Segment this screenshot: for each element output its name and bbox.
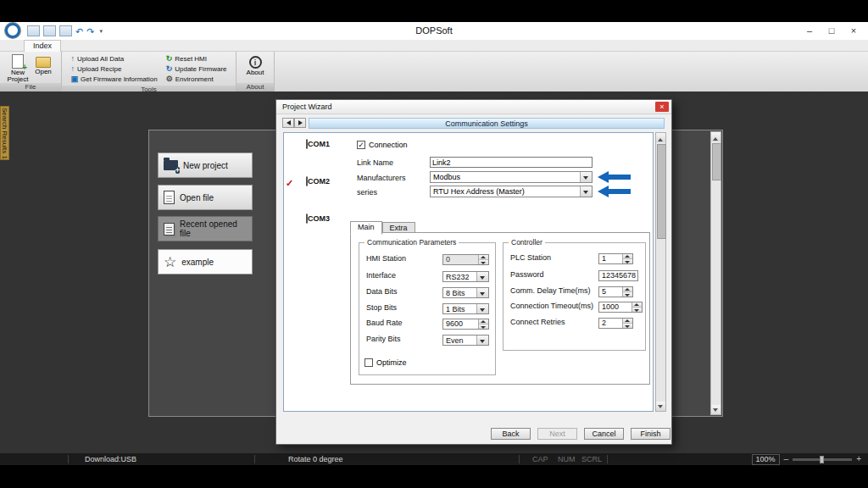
tab-index[interactable]: Index	[24, 40, 61, 52]
app-logo-icon[interactable]	[5, 23, 20, 38]
new-project-folder-icon	[164, 160, 178, 170]
back-button[interactable]: Back	[491, 428, 531, 440]
spinner-buttons[interactable]	[622, 287, 632, 297]
spin-down-icon[interactable]	[623, 259, 632, 263]
cancel-button[interactable]: Cancel	[584, 428, 624, 440]
status-rotate: Rotate 0 degree	[288, 453, 343, 465]
tab-main[interactable]: Main	[350, 221, 382, 235]
new-project-item[interactable]: New project	[158, 152, 253, 178]
nav-forward-button[interactable]	[294, 118, 306, 128]
minimize-button[interactable]: –	[798, 22, 821, 40]
window-title: DOPSoft	[0, 22, 868, 40]
qat-window-icon[interactable]	[43, 25, 56, 36]
reset-hmi-button[interactable]: ↻ Reset HMI	[166, 54, 227, 63]
nav-back-button[interactable]	[282, 118, 294, 128]
spin-down-icon[interactable]	[623, 292, 632, 297]
open-button[interactable]: Open	[31, 53, 56, 75]
search-results-tab[interactable]: Search Results 1	[0, 106, 9, 160]
plc-station-label: PLC Station	[510, 253, 551, 262]
connection-checkbox[interactable]: ✓	[357, 141, 365, 149]
interface-select[interactable]: RS232	[442, 271, 489, 282]
close-button[interactable]: ×	[843, 22, 865, 40]
maximize-button[interactable]: □	[821, 22, 843, 40]
spinner-buttons[interactable]	[622, 254, 632, 263]
example-item[interactable]: ☆ example	[158, 249, 253, 274]
spinner-buttons[interactable]	[478, 319, 488, 329]
zoom-in-button[interactable]: +	[856, 454, 861, 464]
wizard-titlebar[interactable]: Project Wizard ×	[276, 100, 671, 114]
scroll-down-icon[interactable]	[711, 405, 721, 414]
optimize-checkbox[interactable]	[364, 358, 373, 367]
scroll-down-icon[interactable]	[656, 402, 665, 411]
arrow-right-icon	[298, 120, 303, 125]
project-wizard-dialog: Project Wizard × Communication Settings …	[275, 99, 672, 445]
zoom-out-button[interactable]: –	[784, 454, 789, 464]
spin-down-icon[interactable]	[479, 260, 488, 264]
data-bits-select[interactable]: 8 Bits	[442, 287, 489, 298]
dropdown-icon[interactable]	[476, 304, 488, 313]
upload-all-data-button[interactable]: ↑ Upload All Data	[70, 54, 157, 63]
spin-down-icon[interactable]	[623, 324, 632, 328]
series-label: series	[357, 188, 377, 197]
about-button[interactable]: i About	[242, 53, 268, 76]
connection-timeout-spinner[interactable]: 1000	[598, 302, 643, 313]
com1-item[interactable]: COM1	[292, 140, 343, 148]
zoom-slider-thumb[interactable]	[820, 456, 824, 463]
spinner-buttons[interactable]	[622, 319, 632, 328]
hmi-station-spinner[interactable]: 0	[442, 254, 489, 265]
spinner-buttons[interactable]	[632, 302, 642, 312]
dropdown-icon[interactable]	[580, 186, 592, 197]
baud-rate-spinner[interactable]: 9600	[442, 319, 489, 330]
com2-check-icon: ✓	[286, 178, 293, 189]
scroll-up-icon[interactable]	[711, 132, 721, 141]
series-select[interactable]: RTU Hex Address (Master)	[430, 186, 593, 197]
plc-station-spinner[interactable]: 1	[598, 253, 633, 264]
get-firmware-information-button[interactable]: ▣ Get Firmware Information	[70, 75, 157, 83]
environment-button[interactable]: ⚙ Environment	[166, 75, 227, 83]
scrollbar-thumb[interactable]	[657, 144, 666, 239]
finish-button[interactable]: Finish	[631, 428, 670, 440]
plc-station-value: 1	[599, 254, 622, 263]
wizard-scrollbar[interactable]	[655, 132, 666, 412]
update-firmware-button[interactable]: ↻ Update Firmware	[166, 64, 227, 73]
scrollbar-thumb[interactable]	[712, 143, 721, 180]
new-project-button[interactable]: New Project	[5, 53, 31, 83]
about-group-body: i About	[236, 52, 274, 83]
tools-group: ↑ Upload All Data ↑ Upload Recipe ▣ Get …	[62, 52, 236, 92]
recent-opened-file-item[interactable]: Recent opened file	[158, 216, 253, 241]
zoom-slider[interactable]	[793, 458, 852, 461]
next-button[interactable]: Next	[537, 428, 577, 440]
undo-icon[interactable]: ↶	[75, 26, 83, 36]
spin-down-icon[interactable]	[479, 324, 488, 329]
wizard-close-button[interactable]: ×	[655, 102, 669, 112]
dropdown-icon[interactable]	[476, 336, 488, 345]
comm-delay-spinner[interactable]: 5	[598, 286, 633, 297]
connect-retries-spinner[interactable]: 2	[598, 318, 633, 329]
plc-station-row: PLC Station 1	[510, 253, 652, 265]
spin-down-icon[interactable]	[632, 308, 642, 312]
upload-recipe-button[interactable]: ↑ Upload Recipe	[70, 64, 157, 73]
dropdown-icon[interactable]	[476, 272, 488, 281]
stop-bits-select[interactable]: 1 Bits	[442, 303, 489, 314]
parity-bits-select[interactable]: Even	[442, 335, 489, 346]
com3-item[interactable]: COM3	[292, 214, 343, 223]
password-field[interactable]: 12345678	[598, 270, 638, 281]
status-download: Download:USB	[85, 453, 136, 465]
com2-label: COM2	[308, 177, 330, 186]
qat-panel-icon[interactable]	[59, 25, 72, 36]
manufacturers-select[interactable]: Modbus	[430, 171, 593, 183]
panel-scrollbar[interactable]	[710, 131, 721, 415]
wizard-title: Project Wizard	[282, 103, 332, 111]
scroll-up-icon[interactable]	[656, 133, 665, 142]
link-name-input[interactable]	[430, 157, 593, 168]
redo-icon[interactable]: ↷	[86, 26, 94, 36]
qat-dropdown-icon[interactable]: ▾	[99, 28, 103, 35]
open-folder-icon	[36, 57, 51, 68]
open-file-item[interactable]: Open file	[158, 185, 253, 210]
com2-item[interactable]: ✓ COM2	[292, 177, 343, 186]
dropdown-icon[interactable]	[580, 172, 592, 182]
qat-screen-icon[interactable]	[27, 25, 40, 36]
spinner-buttons[interactable]	[478, 255, 488, 264]
dropdown-icon[interactable]	[476, 288, 488, 297]
update-firmware-label: Update Firmware	[175, 65, 226, 73]
